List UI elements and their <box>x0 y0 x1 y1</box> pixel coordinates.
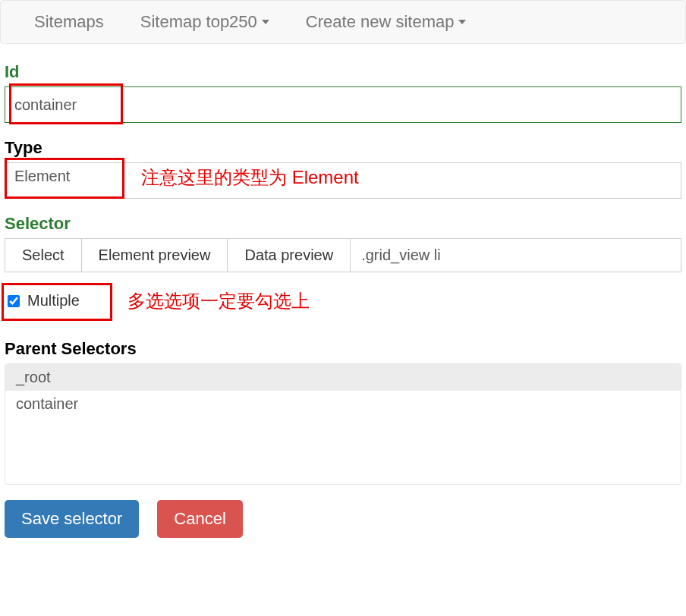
parent-group: Parent Selectors _root container <box>5 339 681 485</box>
save-selector-button[interactable]: Save selector <box>5 500 139 538</box>
action-row: Save selector Cancel <box>5 500 681 538</box>
caret-down-icon <box>262 20 269 24</box>
navbar: Sitemaps Sitemap top250 Create new sitem… <box>0 0 686 44</box>
nav-sitemap-current[interactable]: Sitemap top250 <box>122 12 288 32</box>
element-preview-label: Element preview <box>99 247 211 263</box>
multiple-annotation: 多选选项一定要勾选上 <box>127 289 310 313</box>
data-preview-label: Data preview <box>244 247 333 263</box>
multiple-group: Multiple 多选选项一定要勾选上 <box>5 288 681 324</box>
selector-label: Selector <box>5 214 681 234</box>
nav-sitemap-current-label: Sitemap top250 <box>140 12 257 32</box>
parent-item-container[interactable]: container <box>5 391 681 417</box>
nav-create-new-label: Create new sitemap <box>306 12 455 32</box>
type-value: Element <box>14 168 70 184</box>
type-group: Type Element 注意这里的类型为 Element <box>5 138 681 199</box>
id-input[interactable] <box>5 86 681 123</box>
parent-selectors-list[interactable]: _root container <box>5 363 681 485</box>
selector-row: Select Element preview Data preview <box>5 238 681 272</box>
cancel-button-label: Cancel <box>174 509 225 528</box>
parent-item-root[interactable]: _root <box>5 364 681 391</box>
multiple-checkbox[interactable] <box>8 295 20 307</box>
type-label: Type <box>5 138 681 158</box>
parent-item-label: container <box>16 395 78 412</box>
selector-input[interactable] <box>351 239 681 272</box>
id-group: Id <box>5 62 681 123</box>
type-annotation: 注意这里的类型为 Element <box>141 165 359 190</box>
multiple-checkbox-row[interactable]: Multiple <box>5 288 89 314</box>
caret-down-icon <box>458 20 466 24</box>
cancel-button[interactable]: Cancel <box>157 500 242 538</box>
select-button[interactable]: Select <box>5 239 82 272</box>
nav-create-new[interactable]: Create new sitemap <box>288 12 485 32</box>
selector-group: Selector Select Element preview Data pre… <box>5 214 681 272</box>
nav-sitemaps[interactable]: Sitemaps <box>16 12 122 32</box>
save-button-label: Save selector <box>21 509 122 528</box>
multiple-label: Multiple <box>27 292 80 310</box>
data-preview-button[interactable]: Data preview <box>228 239 351 272</box>
parent-label: Parent Selectors <box>5 339 681 359</box>
selector-form: Id Type Element 注意这里的类型为 Element Selecto… <box>0 62 686 538</box>
nav-sitemaps-label: Sitemaps <box>34 12 104 32</box>
parent-item-label: _root <box>16 369 51 385</box>
element-preview-button[interactable]: Element preview <box>82 239 228 272</box>
id-label: Id <box>5 62 681 82</box>
select-button-label: Select <box>22 247 65 263</box>
